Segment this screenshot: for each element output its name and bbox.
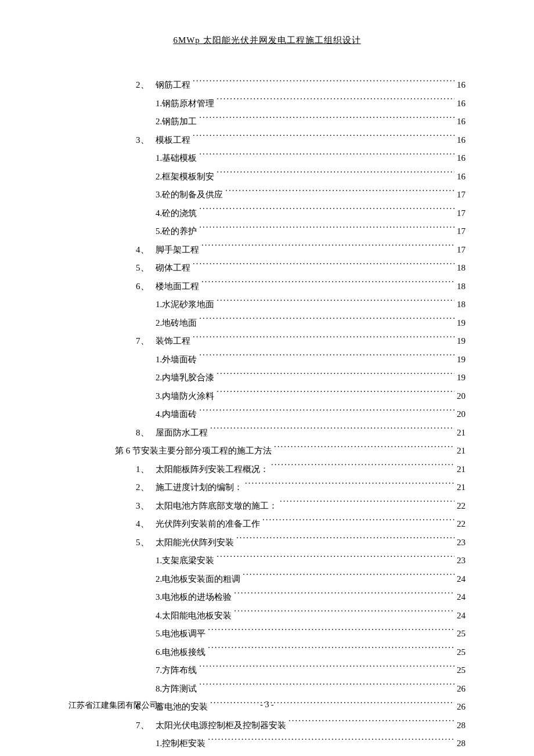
toc-entry: 5. 电池板调平25 — [68, 625, 466, 643]
toc-entry-label: 脚手架工程 — [156, 241, 201, 260]
toc-entry-page: 18 — [454, 278, 466, 296]
toc-entry: 2. 框架模板制安16 — [68, 168, 466, 186]
toc-entry-page: 18 — [454, 296, 466, 314]
toc-entry-number: 2. — [156, 570, 162, 589]
toc-entry-page: 21 — [454, 424, 466, 442]
toc-entry-page: 19 — [454, 369, 466, 387]
toc-entry-page: 20 — [454, 405, 466, 424]
toc-entry: 2、施工进度计划的编制：21 — [68, 478, 466, 497]
footer-page-number: - 3 - — [260, 700, 273, 710]
toc-entry-label: 控制器安装 — [162, 753, 208, 757]
toc-entry-page: 17 — [454, 204, 466, 223]
toc-entry: 7. 方阵布线25 — [68, 661, 466, 680]
toc-entry-page: 19 — [454, 314, 466, 333]
toc-entry: 2. 控制器安装28 — [68, 753, 466, 757]
toc-entry-number: 3、 — [136, 497, 156, 516]
toc-dot-leader — [199, 317, 454, 326]
toc-entry-page: 21 — [454, 460, 466, 479]
toc-entry-label: 地砖地面 — [162, 314, 199, 333]
toc-entry-label: 砌体工程 — [156, 259, 193, 278]
page-footer: 江苏省江建集团有限公司 - 3 - — [68, 700, 466, 711]
toc-entry-label: 水泥砂浆地面 — [162, 296, 217, 314]
toc-dot-leader — [208, 737, 454, 746]
toc-entry: 2. 地砖地面19 — [68, 314, 466, 333]
toc-entry-number: 7、 — [136, 332, 156, 351]
toc-entry-page: 17 — [454, 222, 466, 241]
toc-entry-label: 屋面防水工程 — [156, 424, 210, 442]
toc-entry: 5、太阳能光伏阵列安装23 — [68, 534, 466, 552]
toc-entry: 2、钢筋工程16 — [68, 76, 466, 95]
toc-entry-label: 钢筋原材管理 — [162, 95, 217, 113]
toc-entry-number: 1. — [156, 351, 162, 369]
toc-dot-leader — [199, 683, 454, 692]
toc-entry-page: 22 — [454, 515, 466, 534]
toc-entry-number: 4. — [156, 405, 162, 424]
toc-entry-page: 19 — [454, 332, 466, 351]
toc-entry-number: 第 6 节 — [115, 442, 141, 460]
toc-entry-number: 5. — [156, 625, 162, 643]
toc-entry: 5. 砼的养护17 — [68, 222, 466, 241]
toc-entry: 8、屋面防水工程21 — [68, 424, 466, 442]
toc-entry-number: 4. — [156, 607, 162, 625]
toc-entry: 3、模板工程16 — [68, 131, 466, 150]
toc-entry: 4、脚手架工程17 — [68, 241, 466, 260]
toc-entry-label: 电池板调平 — [162, 625, 208, 643]
toc-entry: 第 6 节 安装主要分部分项工程的施工方法21 — [68, 442, 466, 460]
toc-entry-page: 28 — [454, 717, 466, 735]
toc-entry-number: 3. — [156, 387, 162, 406]
toc-entry-number: 2. — [156, 168, 162, 186]
toc-entry-label: 砼的制备及供应 — [162, 186, 225, 204]
toc-entry-page: 17 — [454, 241, 466, 260]
toc-entry-label: 方阵布线 — [162, 661, 199, 680]
toc-dot-leader — [262, 518, 454, 527]
toc-entry-label: 楼地面工程 — [156, 278, 201, 296]
toc-entry-label: 外墙面砖 — [162, 351, 199, 369]
toc-entry-label: 太阳能电池板安装 — [162, 607, 234, 625]
footer-company: 江苏省江建集团有限公司 — [68, 700, 158, 711]
toc-entry-label: 框架模板制安 — [162, 168, 217, 186]
toc-entry-page: 16 — [454, 113, 466, 131]
toc-entry-number: 7、 — [136, 717, 156, 735]
toc-dot-leader — [243, 573, 454, 582]
toc-entry-label: 砼的浇筑 — [162, 204, 199, 223]
toc-entry: 7、太阳光伏电源控制柜及控制器安装28 — [68, 717, 466, 735]
toc-entry: 1. 外墙面砖19 — [68, 351, 466, 369]
toc-entry: 1. 水泥砂浆地面18 — [68, 296, 466, 314]
toc-entry-number: 2. — [156, 113, 162, 131]
toc-entry: 8. 方阵测试26 — [68, 680, 466, 699]
toc-entry-number: 4、 — [136, 515, 156, 534]
toc-entry-number: 8. — [156, 680, 162, 699]
toc-entry: 4. 砼的浇筑17 — [68, 204, 466, 223]
toc-entry-page: 23 — [454, 552, 466, 570]
table-of-contents: 2、钢筋工程161. 钢筋原材管理162. 钢筋加工163、模板工程161. 基… — [68, 76, 466, 756]
toc-entry-label: 装饰工程 — [156, 332, 193, 351]
toc-entry: 2. 内墙乳胶合漆19 — [68, 369, 466, 387]
toc-dot-leader — [199, 225, 454, 234]
toc-entry-label: 太阳能板阵列安装工程概况： — [156, 460, 271, 479]
toc-entry-label: 电池板接线 — [162, 643, 208, 662]
toc-dot-leader — [288, 719, 454, 728]
toc-entry-label: 光伏阵列安装前的准备工作 — [156, 515, 262, 534]
toc-entry-label: 太阳光伏电源控制柜及控制器安装 — [156, 717, 288, 735]
toc-entry-number: 1. — [156, 735, 162, 753]
toc-entry-number: 6. — [156, 643, 162, 662]
toc-dot-leader — [193, 134, 454, 143]
toc-entry-page: 20 — [454, 387, 466, 406]
toc-entry-label: 砼的养护 — [162, 222, 199, 241]
toc-entry: 1. 基础模板16 — [68, 149, 466, 168]
toc-entry-page: 28 — [454, 735, 466, 753]
toc-entry-label: 电池板安装面的粗调 — [162, 570, 243, 589]
toc-entry-label: 内墙面砖 — [162, 405, 199, 424]
toc-entry-number: 5、 — [136, 534, 156, 552]
toc-entry-page: 17 — [454, 186, 466, 204]
toc-entry-label: 钢筋加工 — [162, 113, 199, 131]
toc-dot-leader — [210, 427, 454, 435]
toc-entry: 3. 电池板的进场检验24 — [68, 588, 466, 607]
toc-entry-page: 18 — [454, 259, 466, 278]
toc-entry-page: 19 — [454, 351, 466, 369]
toc-entry-label: 控制柜安装 — [162, 735, 208, 753]
toc-dot-leader — [280, 500, 454, 509]
toc-entry-number: 3. — [156, 186, 162, 204]
toc-entry-number: 6、 — [136, 278, 156, 296]
toc-dot-leader — [199, 152, 454, 161]
